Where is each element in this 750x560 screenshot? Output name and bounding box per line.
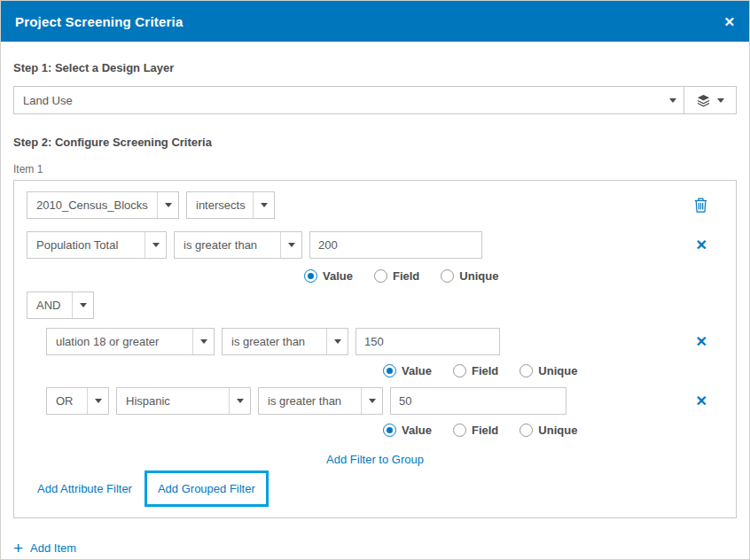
filter3-logical-value: OR — [56, 394, 87, 408]
radio-option-field[interactable]: Field — [453, 364, 498, 377]
caret-down-icon — [361, 388, 382, 414]
radio-label-field: Field — [393, 269, 419, 283]
filter1-field-select[interactable]: Population Total — [27, 231, 167, 259]
add-item-row: + Add Item — [13, 540, 737, 556]
filter2-value-type-radios: Value Field Unique — [383, 364, 723, 377]
spatial-filter-row: 2010_Census_Blocks intersects — [27, 191, 723, 219]
remove-filter2-button[interactable]: ✕ — [696, 335, 707, 349]
filter-row-3: OR Hispanic is greater than ✕ — [46, 387, 723, 415]
trash-icon — [694, 198, 707, 213]
radio-checked-icon — [304, 269, 317, 283]
radio-option-field[interactable]: Field — [453, 424, 498, 437]
caret-down-icon — [280, 232, 301, 258]
filter3-field-value: Hispanic — [126, 394, 229, 408]
radio-label-unique: Unique — [538, 364, 577, 377]
filter2-value-input[interactable] — [355, 328, 500, 355]
item-label: Item 1 — [13, 163, 737, 175]
caret-down-icon — [253, 192, 274, 218]
radio-option-field[interactable]: Field — [374, 269, 419, 283]
radio-option-value[interactable]: Value — [304, 269, 353, 283]
radio-label-value: Value — [402, 364, 432, 377]
radio-label-unique: Unique — [459, 269, 498, 283]
spatial-operator-select[interactable]: intersects — [186, 191, 275, 219]
caret-down-icon — [87, 388, 108, 414]
dialog-header: Project Screening Criteria ✕ — [1, 1, 749, 42]
close-icon: ✕ — [696, 335, 707, 349]
radio-option-unique[interactable]: Unique — [520, 364, 577, 377]
radio-label-value: Value — [402, 424, 432, 437]
layer-list-button[interactable] — [684, 87, 736, 113]
design-layer-value: Land Use — [23, 94, 662, 107]
radio-label-unique: Unique — [538, 424, 577, 437]
filter-row-2: ulation 18 or greater is greater than ✕ — [46, 328, 723, 355]
spatial-operator-value: intersects — [196, 198, 253, 212]
close-icon: ✕ — [696, 394, 707, 408]
radio-label-field: Field — [472, 364, 498, 377]
add-item-link[interactable]: Add Item — [30, 541, 76, 555]
step2-label: Step 2: Configure Screening Criteria — [13, 136, 737, 149]
radio-option-unique[interactable]: Unique — [520, 424, 577, 437]
layers-icon — [697, 94, 710, 107]
filter3-value-type-radios: Value Field Unique — [383, 424, 723, 437]
add-grouped-filter-focus-box: Add Grouped Filter — [145, 471, 269, 507]
delete-item-button[interactable] — [694, 198, 707, 213]
screening-layer-value: 2010_Census_Blocks — [36, 198, 157, 212]
radio-unchecked-icon — [520, 424, 533, 437]
filter2-operator-value: is greater than — [231, 335, 326, 348]
caret-down-icon — [229, 388, 250, 414]
close-icon[interactable]: ✕ — [723, 15, 735, 28]
remove-filter3-button[interactable]: ✕ — [696, 394, 707, 408]
radio-unchecked-icon — [520, 364, 533, 377]
plus-icon[interactable]: + — [13, 540, 23, 556]
close-icon: ✕ — [696, 238, 707, 253]
group-operator-row: AND — [27, 292, 723, 319]
caret-down-icon — [717, 98, 724, 103]
remove-filter1-button[interactable]: ✕ — [696, 238, 707, 253]
filter1-operator-select[interactable]: is greater than — [174, 231, 302, 259]
caret-down-icon — [192, 329, 214, 354]
dialog-title: Project Screening Criteria — [15, 14, 723, 29]
screening-layer-select[interactable]: 2010_Census_Blocks — [27, 191, 179, 219]
radio-option-value[interactable]: Value — [383, 364, 432, 377]
filter3-logical-select[interactable]: OR — [46, 387, 109, 415]
radio-option-unique[interactable]: Unique — [441, 269, 498, 283]
filter3-value-input[interactable] — [390, 387, 566, 415]
add-attribute-filter-link[interactable]: Add Attribute Filter — [37, 482, 132, 495]
project-screening-dialog: Project Screening Criteria ✕ Step 1: Sel… — [0, 0, 750, 560]
filter2-field-select[interactable]: ulation 18 or greater — [46, 328, 215, 355]
filter3-field-select[interactable]: Hispanic — [116, 387, 251, 415]
filter2-field-value: ulation 18 or greater — [56, 335, 192, 348]
grouped-filters: ulation 18 or greater is greater than ✕ — [46, 328, 723, 437]
radio-label-value: Value — [323, 269, 353, 283]
filter3-operator-select[interactable]: is greater than — [258, 387, 383, 415]
caret-down-icon — [145, 232, 166, 258]
design-layer-select[interactable]: Land Use — [14, 87, 684, 113]
radio-checked-icon — [383, 424, 396, 437]
radio-unchecked-icon — [441, 269, 454, 283]
caret-down-icon — [326, 329, 348, 354]
add-filter-to-group-row: Add Filter to Group — [27, 451, 723, 464]
group-operator-value: AND — [36, 299, 72, 312]
radio-option-value[interactable]: Value — [383, 424, 432, 437]
item-panel: 2010_Census_Blocks intersects — [13, 180, 737, 518]
radio-checked-icon — [383, 364, 396, 377]
filter-row-1: Population Total is greater than ✕ — [27, 231, 723, 259]
add-grouped-filter-link[interactable]: Add Grouped Filter — [158, 482, 255, 495]
caret-down-icon — [72, 292, 93, 318]
filter3-operator-value: is greater than — [268, 394, 361, 408]
filter1-operator-value: is greater than — [184, 238, 280, 252]
radio-unchecked-icon — [453, 364, 466, 377]
filter1-value-input[interactable] — [309, 231, 482, 259]
step1-label: Step 1: Select a Design Layer — [13, 61, 737, 74]
design-layer-row: Land Use — [13, 86, 737, 114]
radio-unchecked-icon — [374, 269, 387, 283]
radio-label-field: Field — [472, 424, 498, 437]
group-operator-select[interactable]: AND — [27, 292, 94, 319]
dialog-body: Step 1: Select a Design Layer Land Use S… — [1, 42, 749, 559]
filter1-value-type-radios: Value Field Unique — [304, 269, 723, 283]
filter-actions-row: Add Attribute Filter Add Grouped Filter — [27, 468, 723, 509]
filter2-operator-select[interactable]: is greater than — [222, 328, 348, 355]
radio-unchecked-icon — [453, 424, 466, 437]
add-filter-to-group-link[interactable]: Add Filter to Group — [326, 453, 424, 466]
caret-down-icon — [157, 192, 178, 218]
